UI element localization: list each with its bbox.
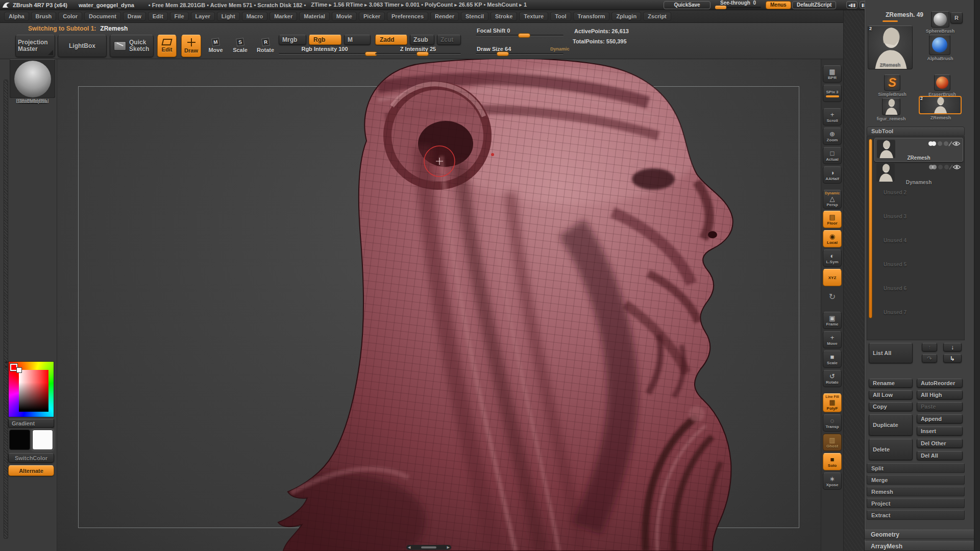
rotate-button[interactable]: RRotate [255, 35, 276, 57]
copy-button[interactable]: Copy [869, 402, 913, 411]
menu-item[interactable]: Stroke [491, 12, 517, 21]
right-shelf-button[interactable]: ■ Solo [823, 453, 842, 470]
main-color-swatch[interactable] [9, 430, 30, 450]
draw-size-handle[interactable] [497, 52, 509, 56]
saturation-selector[interactable] [17, 368, 21, 372]
move-down-button[interactable]: ↓ [943, 343, 962, 352]
menu-item[interactable]: File [170, 12, 189, 21]
right-shelf-button[interactable]: ▥ Ghost [823, 434, 842, 451]
menu-item[interactable]: Marker [270, 12, 297, 21]
menu-item[interactable]: Tool [550, 12, 571, 21]
canvas-scrollbar[interactable]: ◀▶ [406, 545, 451, 550]
autoreorder-button[interactable]: AutoReorder [917, 379, 963, 388]
del-other-button[interactable]: Del Other [917, 439, 963, 448]
uv-icon[interactable] [938, 141, 942, 146]
panel-divider[interactable] [843, 10, 865, 551]
right-shelf-button[interactable]: ◐ L.Sym [823, 249, 842, 267]
toggle-down-button[interactable]: ↳ [943, 354, 962, 363]
right-shelf-button[interactable]: XYZ [823, 269, 842, 286]
see-through-slider[interactable]: See-through 0 [714, 1, 763, 8]
tray-scroll-down-icon[interactable] [5, 366, 8, 368]
menu-item[interactable]: Alpha [4, 12, 29, 21]
draw-button[interactable]: Draw [181, 35, 201, 57]
right-shelf-button[interactable]: Line Fill ▦ PolyF [823, 393, 842, 412]
zcut-button[interactable]: Zcut [437, 35, 461, 45]
split-button[interactable]: Split [867, 463, 965, 473]
subtool-row[interactable]: Unused 6 [874, 282, 963, 306]
switch-color-button[interactable]: SwitchColor [8, 453, 54, 463]
displacement-icon[interactable] [944, 165, 949, 169]
subtool-row[interactable]: Dynamesh [874, 162, 963, 186]
sculpt-model[interactable] [71, 59, 821, 551]
menu-item[interactable]: Color [58, 12, 82, 21]
right-shelf-button[interactable]: + Scroll [823, 108, 842, 126]
edit-button[interactable]: Edit [157, 35, 177, 57]
divider-left-icon[interactable]: ◂▮▮ [846, 1, 857, 9]
menu-item[interactable]: Render [430, 12, 459, 21]
visibility-eye-icon[interactable] [952, 141, 961, 146]
menu-item[interactable]: Transform [573, 12, 610, 21]
menu-item[interactable]: Material [299, 12, 330, 21]
menu-item[interactable]: Edit [148, 12, 168, 21]
menu-item[interactable]: Picker [359, 12, 385, 21]
menu-item[interactable]: Movie [332, 12, 357, 21]
visibility-eye-icon[interactable] [952, 164, 961, 170]
canvas-scroll-left-icon[interactable]: ◀ [408, 545, 410, 549]
z-intensity-handle[interactable] [416, 52, 429, 56]
paste-button[interactable]: Paste [917, 402, 963, 411]
scale-button[interactable]: SScale [230, 35, 250, 57]
uv-icon[interactable] [938, 165, 943, 169]
rename-button[interactable]: Rename [869, 379, 913, 388]
duplicate-button[interactable]: Duplicate [869, 414, 913, 436]
right-shelf-button[interactable]: ⊕ Zoom [823, 128, 842, 145]
menu-item[interactable]: Layer [191, 12, 215, 21]
tool-thumb-figur-remesh[interactable] [882, 98, 900, 115]
append-button[interactable]: Append [917, 414, 963, 423]
displacement-icon[interactable] [944, 141, 948, 146]
subtool-row[interactable]: Unused 4 [874, 234, 963, 258]
menu-item[interactable]: Preferences [387, 12, 428, 21]
tray-item-thumb[interactable] [10, 59, 55, 98]
delete-button[interactable]: Delete [869, 439, 913, 460]
subtool-row[interactable]: ZRemesh [874, 138, 963, 162]
focal-shift-slider[interactable]: Focal Shift 0 [476, 28, 564, 38]
toggle-up-button[interactable]: ↷ [922, 354, 937, 363]
tray-item[interactable]: BasicMaterial [10, 59, 55, 104]
subtool-scrollbar[interactable] [869, 139, 872, 318]
document-canvas[interactable]: ◀▶ [57, 59, 821, 551]
menu-item[interactable]: Zscript [643, 12, 671, 21]
canvas-scroll-handle[interactable] [421, 546, 436, 548]
tool-thumb-eraserbrush[interactable] [934, 74, 950, 91]
tool-thumb-simplebrush[interactable]: S [884, 74, 900, 91]
all-low-button[interactable]: All Low [869, 390, 913, 399]
menu-item[interactable]: Macro [242, 12, 267, 21]
secondary-color-swatch[interactable] [32, 430, 53, 450]
polypaint2-icon[interactable] [932, 141, 936, 146]
tool-thumb-zremesh[interactable] [919, 96, 962, 114]
rgb-button[interactable]: Rgb [309, 35, 341, 45]
right-shelf-button[interactable]: ◌ Transp [823, 414, 842, 432]
z-intensity-slider[interactable]: Z Intensity 25 [375, 46, 461, 56]
right-shelf-button[interactable]: Dynamic △ Persp [823, 190, 842, 209]
zadd-button[interactable]: Zadd [375, 35, 407, 45]
zsub-button[interactable]: Zsub [410, 35, 434, 45]
lightbox-button[interactable]: LightBox [58, 35, 107, 57]
saturation-square[interactable] [19, 370, 48, 412]
menu-item[interactable]: Zplugin [611, 12, 641, 21]
menu-item[interactable]: Draw [123, 12, 146, 21]
quicksave-button[interactable]: QuickSave [664, 1, 710, 9]
right-shelf-button[interactable]: ◉ Local [823, 230, 842, 247]
tool-thumb-alphabrush[interactable] [929, 35, 950, 55]
all-high-button[interactable]: All High [917, 390, 963, 399]
menu-item[interactable]: Texture [519, 12, 548, 21]
default-zscript-button[interactable]: DefaultZScript [792, 1, 836, 9]
focal-shift-handle[interactable] [518, 33, 530, 38]
move-button[interactable]: MMove [206, 35, 226, 57]
projection-master-button[interactable]: Projection Master [15, 35, 55, 57]
alternate-button[interactable]: Alternate [8, 465, 54, 476]
menu-item[interactable]: Light [217, 12, 240, 21]
right-shelf-button[interactable]: ↻ [823, 288, 842, 306]
gradient-button[interactable]: Gradient [8, 419, 54, 428]
right-shelf-button[interactable]: ■ Scale [823, 350, 842, 368]
right-shelf-button[interactable]: ↺ Rotate [823, 370, 842, 387]
